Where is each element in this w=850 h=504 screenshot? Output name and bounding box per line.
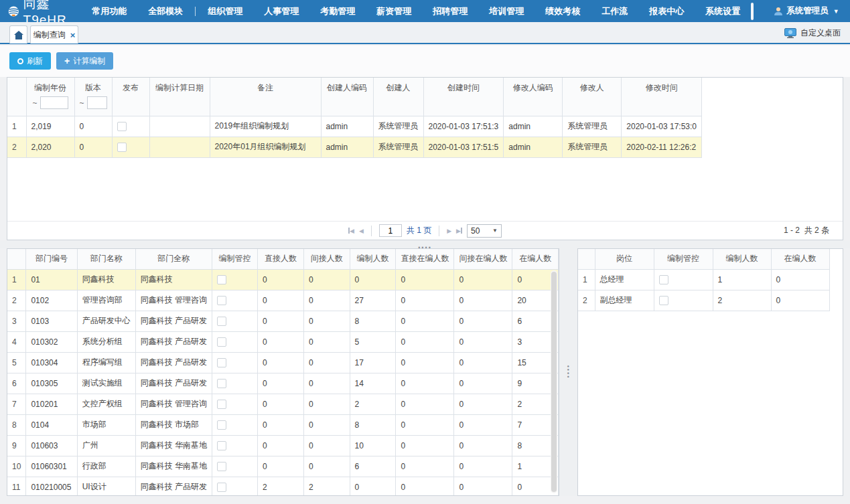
calc-bianzhi-button[interactable]: + 计算编制 bbox=[56, 52, 113, 70]
tab-bianzhi-query[interactable]: 编制查询 × bbox=[30, 25, 78, 44]
scrollbar-thumb[interactable] bbox=[551, 272, 557, 492]
user-menu[interactable]: 系统管理员 ▼ bbox=[767, 5, 845, 17]
row-number: 5 bbox=[7, 352, 26, 373]
nav-item-attendance[interactable]: 考勤管理 bbox=[309, 0, 366, 22]
horizontal-splitter[interactable]: •••• bbox=[0, 240, 850, 248]
col-header-publish[interactable]: 发布 bbox=[112, 78, 149, 116]
nav-item-settings[interactable]: 系统设置 bbox=[695, 0, 751, 22]
col-header-year[interactable]: 编制年份 ~ bbox=[26, 78, 74, 116]
range-symbol: ~ bbox=[32, 98, 37, 108]
table-row[interactable]: 22,02002020年01月组织编制规划admin系统管理员2020-01-0… bbox=[7, 137, 702, 157]
nav-item-reports[interactable]: 报表中心 bbox=[638, 0, 695, 22]
table-cell: 同鑫科技 产品研发 bbox=[135, 331, 212, 352]
refresh-button[interactable]: 刷新 bbox=[9, 52, 51, 70]
col-header-bianzhi-count[interactable]: 编制人数 bbox=[713, 249, 771, 269]
table-row[interactable]: 1001060301行政部同鑫科技 华南基地006001 bbox=[7, 456, 559, 477]
prev-page-button[interactable]: ◀ bbox=[359, 228, 364, 234]
row-checkbox[interactable] bbox=[217, 420, 226, 430]
row-number: 2 bbox=[7, 290, 26, 311]
table-row[interactable]: 30103产品研发中心同鑫科技 产品研发008006 bbox=[7, 311, 559, 331]
row-checkbox[interactable] bbox=[217, 462, 226, 471]
row-checkbox[interactable] bbox=[217, 337, 226, 347]
table-cell: 0 bbox=[454, 331, 512, 352]
table-row[interactable]: 20102管理咨询部同鑫科技 管理咨询00270020 bbox=[7, 290, 559, 311]
splitter-handle[interactable]: •••• bbox=[565, 365, 571, 380]
department-panel: 部门编号 部门名称 部门全称 编制管控 直接人数 间接人数 编制人数 直接在编人… bbox=[7, 248, 559, 496]
row-checkbox[interactable] bbox=[117, 143, 127, 152]
table-row[interactable]: 5010304程序编写组同鑫科技 产品研发00170015 bbox=[7, 352, 559, 373]
row-checkbox[interactable] bbox=[217, 400, 226, 409]
table-cell: 0 bbox=[454, 269, 512, 290]
refresh-icon bbox=[17, 58, 23, 64]
version-filter-input[interactable] bbox=[87, 96, 107, 109]
table-cell: 0 bbox=[304, 394, 350, 414]
first-page-button[interactable]: ◀ bbox=[348, 228, 354, 234]
chevron-down-icon: ▼ bbox=[833, 8, 839, 15]
vertical-splitter[interactable]: •••• bbox=[559, 248, 577, 496]
nav-item-org[interactable]: 组织管理 bbox=[197, 0, 253, 22]
col-header-dept-code[interactable]: 部门编号 bbox=[26, 249, 77, 269]
row-checkbox[interactable] bbox=[217, 379, 226, 388]
col-header-modifier-code[interactable]: 修改人编码 bbox=[504, 78, 563, 116]
col-header-dept-name[interactable]: 部门名称 bbox=[77, 249, 135, 269]
col-header-modifier[interactable]: 修改人 bbox=[563, 78, 622, 116]
page-number-input[interactable] bbox=[379, 224, 402, 237]
tab-home[interactable] bbox=[9, 25, 27, 44]
col-header-create-time[interactable]: 创建时间 bbox=[423, 78, 504, 116]
col-header-bianzhi-count[interactable]: 编制人数 bbox=[350, 249, 396, 269]
table-row[interactable]: 80104市场部同鑫科技 市场部008007 bbox=[7, 414, 559, 435]
row-checkbox[interactable] bbox=[217, 441, 226, 450]
table-row[interactable]: 101同鑫科技同鑫科技000000 bbox=[7, 269, 559, 290]
table-row[interactable]: 4010302系统分析组同鑫科技 产品研发005003 bbox=[7, 331, 559, 352]
nav-item-common[interactable]: 常用功能 bbox=[81, 0, 137, 22]
col-header-bianzhi-control[interactable]: 编制管控 bbox=[212, 249, 257, 269]
table-row[interactable]: 7010201文控产权组同鑫科技 管理咨询002002 bbox=[7, 394, 559, 414]
row-checkbox[interactable] bbox=[117, 122, 127, 131]
nav-item-hr[interactable]: 人事管理 bbox=[253, 0, 309, 22]
col-header-dept-fullname[interactable]: 部门全称 bbox=[135, 249, 212, 269]
col-header-direct-count[interactable]: 直接人数 bbox=[258, 249, 304, 269]
col-header-modify-time[interactable]: 修改时间 bbox=[622, 78, 702, 116]
col-header-creator[interactable]: 创建人 bbox=[373, 78, 423, 116]
nav-item-recruit[interactable]: 招聘管理 bbox=[422, 0, 478, 22]
table-row[interactable]: 2副总经理20 bbox=[578, 290, 829, 311]
col-header-calc-date[interactable]: 编制计算日期 bbox=[149, 78, 210, 116]
table-cell: 2020-02-11 12:26:2 bbox=[622, 137, 702, 157]
col-header-post[interactable]: 岗位 bbox=[595, 249, 654, 269]
table-cell: 同鑫科技 市场部 bbox=[135, 414, 212, 435]
table-row[interactable]: 6010305测试实施组同鑫科技 产品研发0014009 bbox=[7, 373, 559, 394]
row-checkbox[interactable] bbox=[217, 483, 226, 492]
bianzhi-plan-panel: 编制年份 ~ 版本 ~ 发布 编制计算日期 备注 创建人编码 bbox=[7, 77, 843, 240]
row-checkbox[interactable] bbox=[217, 358, 226, 367]
col-header-indirect-onboard[interactable]: 间接在编人数 bbox=[454, 249, 512, 269]
custom-desktop-link[interactable]: 自定义桌面 bbox=[784, 27, 841, 39]
col-header-bianzhi-control[interactable]: 编制管控 bbox=[654, 249, 713, 269]
row-checkbox[interactable] bbox=[659, 275, 668, 284]
table-row[interactable]: 11010210005UI设计同鑫科技 产品研发220000 bbox=[7, 477, 559, 496]
table-row[interactable]: 12,01902019年组织编制规划admin系统管理员2020-01-03 1… bbox=[7, 116, 702, 137]
nav-item-training[interactable]: 培训管理 bbox=[478, 0, 535, 22]
row-checkbox[interactable] bbox=[217, 275, 226, 284]
table-row[interactable]: 1总经理10 bbox=[578, 269, 829, 290]
year-filter-input[interactable] bbox=[40, 96, 68, 109]
page-size-select[interactable]: 50 ▼ bbox=[467, 224, 502, 238]
nav-item-performance[interactable]: 绩效考核 bbox=[535, 0, 591, 22]
next-page-button[interactable]: ▶ bbox=[447, 228, 451, 234]
row-checkbox[interactable] bbox=[217, 317, 226, 326]
close-icon[interactable]: × bbox=[70, 31, 76, 39]
col-header-creator-code[interactable]: 创建人编码 bbox=[321, 78, 373, 116]
col-header-onboard-count[interactable]: 在编人数 bbox=[771, 249, 829, 269]
nav-item-payroll[interactable]: 薪资管理 bbox=[366, 0, 422, 22]
col-header-version[interactable]: 版本 ~ bbox=[74, 78, 112, 116]
col-header-indirect-count[interactable]: 间接人数 bbox=[304, 249, 350, 269]
table-row[interactable]: 9010603广州同鑫科技 华南基地0010008 bbox=[7, 435, 559, 456]
col-header-remark[interactable]: 备注 bbox=[210, 78, 321, 116]
row-checkbox[interactable] bbox=[217, 296, 226, 305]
row-number: 7 bbox=[7, 394, 26, 414]
col-header-onboard-count[interactable]: 在编人数 bbox=[512, 249, 559, 269]
col-header-direct-onboard[interactable]: 直接在编人数 bbox=[396, 249, 454, 269]
last-page-button[interactable]: ▶ bbox=[456, 228, 462, 234]
nav-item-workflow[interactable]: 工作流 bbox=[591, 0, 638, 22]
row-checkbox[interactable] bbox=[659, 296, 668, 305]
nav-item-all-modules[interactable]: 全部模块 bbox=[137, 0, 194, 22]
